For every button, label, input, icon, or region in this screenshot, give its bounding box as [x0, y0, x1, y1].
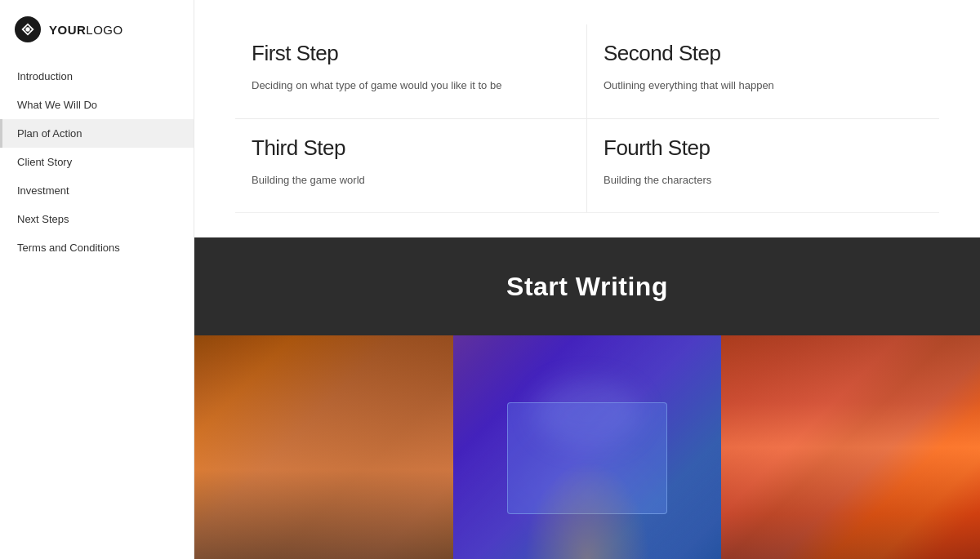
- cta-title: Start Writing: [506, 272, 668, 302]
- step-3-title: Third Step: [252, 135, 562, 161]
- svg-point-0: [25, 27, 29, 31]
- step-2-title: Second Step: [604, 41, 915, 66]
- cta-section: Start Writing: [194, 237, 980, 335]
- sidebar: YOURLOGO Introduction What We Will Do Pl…: [0, 0, 194, 559]
- silhouette-glow: [514, 445, 661, 559]
- sidebar-item-plan-of-action[interactable]: Plan of Action: [0, 119, 194, 148]
- planet-glow: [534, 380, 641, 447]
- sidebar-item-introduction[interactable]: Introduction: [0, 62, 194, 91]
- step-item-3: Third Step Building the game world: [235, 119, 587, 214]
- sidebar-item-terms-and-conditions[interactable]: Terms and Conditions: [0, 233, 194, 262]
- steps-section: First Step Deciding on what type of game…: [194, 0, 980, 237]
- logo-svg-icon: [20, 22, 35, 37]
- sidebar-item-client-story[interactable]: Client Story: [0, 148, 194, 176]
- step-item-4: Fourth Step Building the characters: [587, 119, 939, 214]
- logo-area: YOURLOGO: [0, 0, 194, 62]
- step-2-desc: Outlining everything that will happen: [604, 78, 915, 94]
- step-1-desc: Deciding on what type of game would you …: [252, 78, 562, 94]
- steps-grid: First Step Deciding on what type of game…: [235, 24, 939, 213]
- sidebar-item-next-steps[interactable]: Next Steps: [0, 205, 194, 233]
- step-4-title: Fourth Step: [604, 135, 915, 161]
- img-panel-right: [721, 335, 980, 559]
- logo-icon: [15, 16, 41, 42]
- img-panel-left: [194, 335, 453, 559]
- step-3-desc: Building the game world: [252, 172, 562, 189]
- nav-items: Introduction What We Will Do Plan of Act…: [0, 62, 194, 262]
- sidebar-item-investment[interactable]: Investment: [0, 176, 194, 205]
- main-content: First Step Deciding on what type of game…: [194, 0, 980, 559]
- image-section: [194, 335, 980, 559]
- step-1-title: First Step: [252, 41, 562, 66]
- sidebar-item-what-we-will-do[interactable]: What We Will Do: [0, 91, 194, 119]
- logo-text: YOURLOGO: [49, 23, 123, 37]
- step-item-2: Second Step Outlining everything that wi…: [587, 24, 939, 119]
- step-item-1: First Step Deciding on what type of game…: [235, 24, 587, 119]
- step-4-desc: Building the characters: [604, 172, 915, 189]
